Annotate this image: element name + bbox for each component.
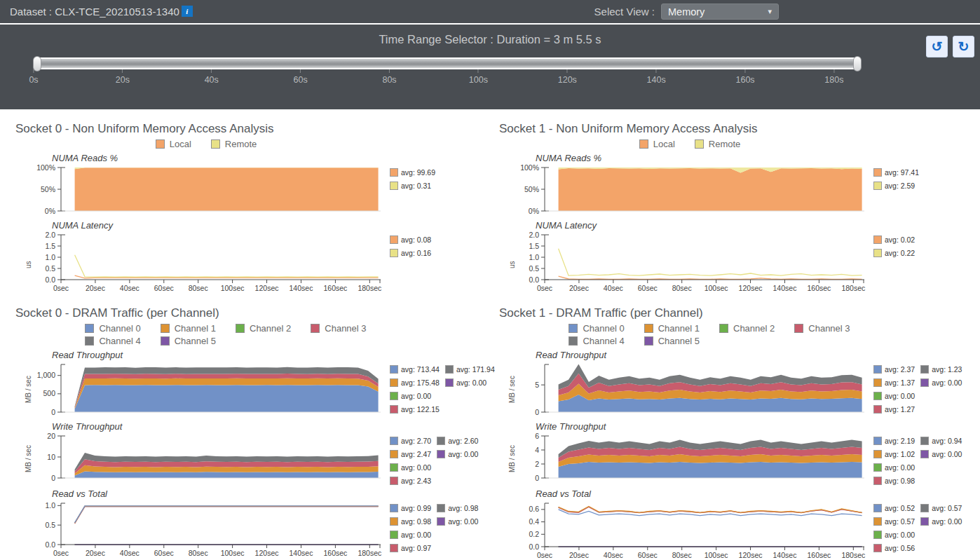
undo-zoom-button[interactable]: ↺ (926, 36, 948, 57)
legend-label: Channel 3 (325, 323, 366, 334)
legend-swatch (311, 324, 320, 333)
chart-plot-numa-reads[interactable]: 0%50%100% (517, 164, 865, 217)
avg-value-channel-5: avg: 0.00 (437, 517, 478, 526)
legend-item-channel-3[interactable]: Channel 3 (794, 323, 850, 334)
chart-body: us0.00.51.01.52.00sec20sec40sec60sec80se… (24, 231, 484, 298)
avg-text: avg: 0.00 (885, 463, 915, 472)
svg-text:1.0: 1.0 (45, 501, 55, 510)
chart-plot-read-throughput[interactable]: 05 (517, 361, 865, 418)
avg-swatch (390, 249, 398, 257)
avg-swatch (390, 477, 398, 485)
svg-text:0.6: 0.6 (529, 505, 539, 513)
avg-legend: avg: 0.08avg: 0.16 (390, 235, 431, 298)
svg-text:0sec: 0sec (53, 284, 69, 292)
legend-item-channel-1[interactable]: Channel 1 (644, 323, 700, 334)
avg-legend: avg: 97.41avg: 2.59 (873, 168, 919, 217)
chart-numa-latency: NUMA Latencyus0.00.51.01.52.00sec20sec40… (24, 220, 484, 298)
tick-label: 80s (382, 75, 396, 85)
avg-text: avg: 1.23 (932, 365, 962, 374)
avg-text: avg: 2.59 (885, 182, 915, 190)
chart-plot-write-throughput[interactable]: 0246 (517, 432, 865, 484)
avg-swatch (390, 392, 398, 400)
legend-grid: LocalRemote (156, 139, 297, 149)
svg-text:120sec: 120sec (739, 284, 763, 292)
avg-value-channel-1: avg: 175.48 (390, 378, 440, 387)
chart-plot-write-throughput[interactable]: 01020 (33, 432, 381, 484)
chart-plot-read-throughput[interactable]: 05001,000 (33, 361, 381, 418)
slider-tick-120s: 120s (558, 69, 577, 85)
chart-subtitle: NUMA Latency (52, 220, 484, 231)
legend-item-channel-0[interactable]: Channel 0 (569, 323, 624, 334)
legend-item-channel-5[interactable]: Channel 5 (644, 336, 700, 346)
legend-item-channel-4[interactable]: Channel 4 (569, 336, 624, 346)
chart-plot-read-vs-total[interactable]: 0.00.20.40.60sec20sec40sec60sec80sec100s… (517, 500, 865, 560)
svg-text:80sec: 80sec (672, 551, 692, 559)
y-axis-unit (24, 164, 33, 217)
time-range-slider[interactable] (34, 57, 861, 69)
legend-item-channel-2[interactable]: Channel 2 (236, 323, 291, 334)
svg-text:6: 6 (535, 432, 539, 440)
reset-zoom-button[interactable]: ↻ (953, 36, 974, 57)
avg-value-remote: avg: 0.16 (390, 249, 431, 257)
legend-swatch (211, 139, 220, 149)
avg-text: avg: 0.98 (885, 477, 915, 485)
legend-item-channel-3[interactable]: Channel 3 (311, 323, 366, 334)
avg-text: avg: 1.37 (885, 378, 915, 387)
chart-subtitle: NUMA Reads % (536, 153, 980, 163)
svg-text:1.0: 1.0 (529, 253, 539, 261)
svg-text:1.0: 1.0 (45, 253, 55, 261)
legend-label: Remote (225, 139, 257, 149)
chart-plot-numa-latency[interactable]: 0.00.51.01.52.00sec20sec40sec60sec80sec1… (33, 231, 381, 298)
svg-text:80sec: 80sec (189, 549, 208, 557)
legend-item-channel-4[interactable]: Channel 4 (85, 336, 140, 346)
chart-subtitle: NUMA Reads % (52, 153, 484, 163)
avg-value-channel-2: avg: 0.00 (390, 392, 440, 400)
avg-text: avg: 0.57 (932, 504, 962, 512)
view-select[interactable]: Memory ▾ (661, 4, 779, 20)
avg-swatch (390, 378, 398, 387)
legend-swatch (569, 336, 578, 346)
slider-tick-0s: 0s (29, 69, 38, 85)
slider-tick-100s: 100s (469, 69, 488, 85)
chart-plot-read-vs-total[interactable]: 0.00.51.00sec20sec40sec60sec80sec100sec1… (33, 500, 381, 560)
avg-swatch (873, 531, 882, 539)
legend-item-channel-0[interactable]: Channel 0 (85, 323, 140, 334)
svg-text:0.5: 0.5 (45, 521, 55, 529)
legend-item-local[interactable]: Local (639, 139, 675, 149)
avg-value-channel-4: avg: 0.98 (437, 504, 478, 512)
avg-swatch (873, 365, 882, 374)
legend-item-remote[interactable]: Remote (695, 139, 741, 149)
chart-plot-numa-reads[interactable]: 0%50%100% (33, 164, 381, 217)
avg-text: avg: 0.02 (885, 235, 915, 244)
chart-read-vs-total: Read vs Total0.00.51.00sec20sec40sec60se… (24, 489, 484, 560)
panel-title: Socket 0 - Non Uniform Memory Access Ana… (15, 122, 484, 136)
svg-text:0: 0 (535, 474, 539, 482)
legend-item-channel-1[interactable]: Channel 1 (161, 323, 216, 334)
info-icon[interactable]: i (182, 6, 193, 17)
legend-item-channel-2[interactable]: Channel 2 (719, 323, 775, 334)
tick-mark (833, 69, 834, 73)
avg-text: avg: 0.97 (401, 544, 431, 552)
chart-read-vs-total: Read vs Total0.00.20.40.60sec20sec40sec6… (508, 489, 980, 560)
y-axis-unit: us (24, 231, 33, 298)
legend-item-remote[interactable]: Remote (211, 139, 257, 149)
avg-swatch (873, 405, 882, 414)
svg-text:180sec: 180sec (841, 284, 865, 292)
avg-value-channel-1: avg: 0.57 (873, 517, 915, 526)
avg-text: avg: 2.60 (448, 437, 478, 445)
avg-text: avg: 175.48 (401, 378, 440, 387)
avg-text: avg: 0.94 (932, 437, 962, 445)
chart-plot-numa-latency[interactable]: 0.00.51.01.52.00sec20sec40sec60sec80sec1… (517, 231, 865, 298)
avg-swatch (437, 450, 445, 458)
avg-swatch (390, 182, 398, 190)
legend-item-channel-5[interactable]: Channel 5 (161, 336, 216, 346)
svg-text:0sec: 0sec (537, 284, 552, 292)
avg-value-channel-0: avg: 0.99 (390, 504, 431, 512)
chevron-down-icon: ▾ (768, 7, 772, 16)
y-axis-unit: MB / sec (508, 361, 517, 418)
avg-value-channel-4: avg: 0.57 (920, 504, 962, 512)
avg-swatch (873, 235, 882, 244)
svg-text:0.2: 0.2 (529, 530, 539, 538)
legend-swatch (85, 324, 94, 333)
legend-item-local[interactable]: Local (156, 139, 191, 149)
